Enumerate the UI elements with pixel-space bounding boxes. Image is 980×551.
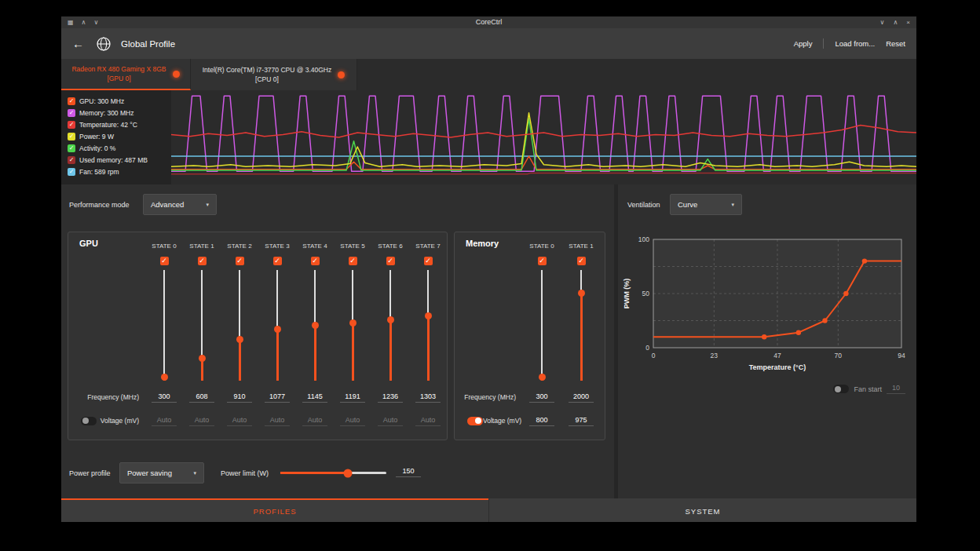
power-profile-select[interactable]: Power saving ▾	[119, 462, 204, 483]
apply-button[interactable]: Apply	[794, 39, 813, 48]
fan-curve-chart[interactable]: 050100023477094PWM (%)Temperature (°C)	[618, 232, 916, 381]
state-checkbox-cell: ✓	[561, 254, 601, 267]
slider-handle[interactable]	[236, 336, 243, 343]
frequency-slider[interactable]	[258, 267, 296, 385]
titlebar: CoreCtrl ▦ ∧ ∨ ∨ ∧ ×	[61, 16, 916, 28]
tab-cpu-device[interactable]: Intel(R) Core(TM) i7-3770 CPU @ 3.40GHz …	[191, 59, 357, 90]
frequency-slider[interactable]	[522, 267, 561, 385]
app-grid-icon[interactable]: ▦	[68, 20, 74, 26]
maximize-button[interactable]: ∧	[893, 20, 898, 26]
voltage-value[interactable]: Auto	[302, 416, 327, 426]
fan-curve-point[interactable]	[822, 318, 827, 323]
frequency-cell: 300	[522, 385, 561, 410]
tab-profiles[interactable]: PROFILES	[61, 498, 488, 522]
minimize-button[interactable]: ∨	[880, 20, 885, 26]
slider-handle[interactable]	[199, 355, 206, 362]
frequency-value[interactable]: 1145	[302, 392, 327, 403]
state-checkbox[interactable]: ✓	[236, 257, 244, 265]
fan-curve-point[interactable]	[843, 291, 848, 296]
frequency-slider[interactable]	[145, 267, 183, 385]
slider-handle[interactable]	[312, 322, 319, 329]
voltage-value[interactable]: Auto	[265, 416, 290, 426]
frequency-slider[interactable]	[296, 267, 334, 385]
close-button[interactable]: ×	[906, 20, 910, 26]
load-from-button[interactable]: Load from...	[835, 39, 875, 48]
voltage-value[interactable]: Auto	[378, 416, 403, 426]
monitor-series	[171, 173, 916, 174]
power-limit-slider[interactable]	[280, 472, 386, 474]
voltage-value[interactable]: Auto	[189, 416, 214, 426]
frequency-value[interactable]: 910	[227, 392, 252, 403]
state-checkbox[interactable]: ✓	[273, 257, 282, 265]
voltage-value[interactable]: 975	[569, 416, 594, 426]
ventilation-mode-select[interactable]: Curve ▾	[670, 194, 742, 215]
frequency-value[interactable]: 1191	[340, 392, 365, 403]
frequency-slider[interactable]	[183, 267, 221, 385]
reset-button[interactable]: Reset	[886, 39, 905, 48]
slider-handle[interactable]	[387, 316, 394, 323]
frequency-value[interactable]: 1236	[378, 392, 403, 403]
slider-handle[interactable]	[539, 374, 546, 381]
slider-handle[interactable]	[349, 319, 357, 327]
svg-text:94: 94	[898, 352, 905, 359]
legend-checkbox[interactable]: ✓	[68, 144, 75, 152]
frequency-value[interactable]: 608	[189, 392, 214, 403]
state-checkbox[interactable]: ✓	[386, 257, 395, 265]
legend-checkbox[interactable]: ✓	[68, 133, 75, 140]
back-button[interactable]: ←	[72, 38, 84, 49]
ventilation-mode-value: Curve	[678, 200, 697, 209]
power-limit-value[interactable]: 150	[396, 467, 421, 477]
desktop-background: { "colors": { "accent": "#f4511e" }, "ic…	[0, 0, 980, 551]
slider-handle[interactable]	[578, 290, 585, 297]
slider-handle[interactable]	[274, 326, 281, 333]
frequency-slider[interactable]	[409, 267, 447, 385]
state-checkbox[interactable]: ✓	[198, 257, 207, 265]
voltage-toggle[interactable]	[467, 417, 483, 425]
state-checkbox[interactable]: ✓	[538, 257, 547, 265]
tab-system[interactable]: SYSTEM	[488, 498, 916, 522]
slider-fill	[276, 330, 279, 381]
voltage-value[interactable]: Auto	[415, 416, 441, 426]
frequency-slider[interactable]	[561, 267, 601, 385]
monitor-series	[171, 96, 916, 171]
frequency-slider[interactable]	[221, 267, 258, 385]
frequency-value[interactable]: 300	[529, 392, 554, 403]
state-checkbox[interactable]: ✓	[424, 257, 433, 265]
voltage-row-label: Voltage (mV)	[79, 410, 145, 432]
frequency-slider[interactable]	[334, 267, 371, 385]
slider-handle[interactable]	[425, 312, 432, 319]
voltage-value[interactable]: Auto	[227, 416, 252, 426]
frequency-value[interactable]: 2000	[569, 392, 594, 403]
legend-checkbox[interactable]: ✓	[68, 121, 75, 129]
voltage-value[interactable]: Auto	[152, 416, 177, 426]
voltage-cell: Auto	[334, 410, 371, 432]
fan-start-value[interactable]: 10	[887, 384, 905, 394]
state-checkbox[interactable]: ✓	[577, 257, 586, 265]
fan-curve-point[interactable]	[762, 334, 766, 339]
fan-start-toggle[interactable]	[833, 385, 849, 393]
tab-gpu-device[interactable]: Radeon RX 480 Gaming X 8GB [GPU 0]	[61, 59, 191, 90]
legend-checkbox[interactable]: ✓	[68, 97, 75, 105]
legend-checkbox[interactable]: ✓	[68, 168, 75, 176]
fan-curve-point[interactable]	[862, 258, 867, 263]
frequency-value[interactable]: 300	[152, 392, 177, 403]
titlebar-down-icon[interactable]: ∨	[93, 20, 98, 26]
fan-panel: Ventilation Curve ▾ 050100023477094PWM (…	[618, 184, 916, 498]
legend-checkbox[interactable]: ✓	[68, 156, 75, 164]
state-checkbox[interactable]: ✓	[349, 257, 357, 265]
frequency-value[interactable]: 1077	[265, 392, 290, 403]
state-checkbox-cell: ✓	[258, 254, 296, 267]
fan-curve-point[interactable]	[796, 330, 801, 334]
voltage-value[interactable]: 800	[529, 416, 554, 426]
state-checkbox[interactable]: ✓	[160, 257, 169, 265]
legend-checkbox[interactable]: ✓	[68, 109, 75, 117]
slider-handle[interactable]	[161, 374, 168, 381]
titlebar-up-icon[interactable]: ∧	[82, 20, 86, 26]
frequency-value[interactable]: 1303	[415, 392, 441, 403]
voltage-toggle[interactable]	[81, 417, 97, 425]
power-limit-slider-handle[interactable]	[344, 469, 353, 477]
frequency-slider[interactable]	[371, 267, 409, 385]
state-checkbox[interactable]: ✓	[311, 257, 320, 265]
voltage-value[interactable]: Auto	[340, 416, 365, 426]
performance-mode-select[interactable]: Advanced ▾	[143, 194, 217, 215]
